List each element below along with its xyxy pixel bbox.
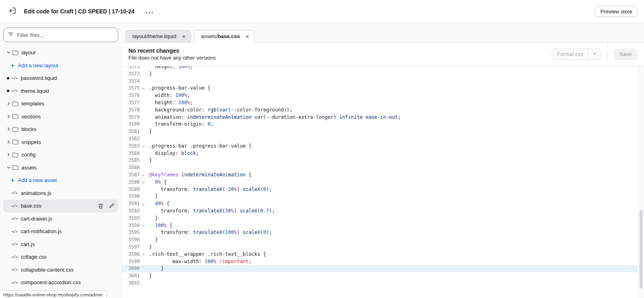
code-line-3595[interactable]: 3595 transform: translateX(100%) scaleX(… [122,229,644,236]
code-line-3584[interactable]: 3584 display: block; [122,150,644,157]
edit-file-icon[interactable] [109,203,114,208]
code-line-3582[interactable]: 3582 [122,135,644,143]
tree-file-animations.js[interactable]: </>animations.js [3,187,118,200]
tab-layout/theme.liquid[interactable]: layout/theme.liquid× [126,30,191,43]
code-line-3600[interactable]: 3600 } [122,265,644,272]
code-line-3574[interactable]: 3574 [122,78,644,85]
fold-gutter [140,66,147,71]
fold-chevron-icon[interactable] [140,172,147,179]
fold-gutter [140,215,147,222]
code-line-3573[interactable]: 3573} [122,71,644,78]
code-line-3575[interactable]: 3575.progress-bar-value { [122,85,644,92]
code-line-3578[interactable]: 3578 background-color: rgb(var(--color-f… [122,107,644,114]
fold-chevron-icon[interactable] [140,200,147,208]
tree-file-cart-notification.js[interactable]: </>cart-notification.js [3,225,118,238]
tree-file-theme.liquid[interactable]: </>theme.liquid [3,85,118,98]
tree-folder-sections[interactable]: sections [3,110,118,123]
code-line-3596[interactable]: 3596 } [122,236,644,244]
add-new-link[interactable]: +Add a new asset [3,174,118,187]
delete-file-icon[interactable] [98,203,103,209]
code-text: } [147,193,158,200]
code-line-3589[interactable]: 3589 transform: translateX(-20%) scaleX(… [122,186,644,193]
format-options-button[interactable] [588,49,600,60]
tree-file-cart.js[interactable]: </>cart.js [3,238,118,251]
tree-folder-config[interactable]: config [3,148,118,161]
editor-scrollbar-thumb[interactable] [640,210,643,289]
code-line-3588[interactable]: 3588 0% { [122,179,644,186]
tree-file-component-accordion.css[interactable]: </>component-accordion.css [3,276,118,289]
folder-icon [12,152,19,158]
code-line-3579[interactable]: 3579 animation: indeterminateAnimation v… [122,114,644,121]
code-line-3591[interactable]: 3591 40% { [122,200,644,208]
tree-folder-templates[interactable]: templates [3,97,118,110]
add-new-link[interactable]: +Add a new layout [3,59,118,72]
code-line-3585[interactable]: 3585} [122,157,644,164]
file-label: component-accordion.css [21,279,81,285]
filter-files-box[interactable] [3,28,118,42]
code-line-3594[interactable]: 3594 100% { [122,222,644,229]
editor-scrollbar[interactable] [638,66,644,298]
code-line-3599[interactable]: 3599 max-width: 100% !important; [122,258,644,266]
format-css-button[interactable]: Format css [552,51,588,57]
code-editor[interactable]: 3572 height: 100%;3573}35743575.progress… [122,66,644,298]
code-file-icon: </> [11,242,18,246]
file-label: base.css [21,203,41,209]
fold-chevron-icon[interactable] [140,179,147,186]
close-tab-icon[interactable]: × [181,33,186,39]
tree-folder-layout[interactable]: layout [3,46,118,59]
code-line-3586[interactable]: 3586 [122,164,644,172]
code-text: 40% { [147,200,170,208]
line-number: 3595 [122,229,140,236]
code-line-3581[interactable]: 3581} [122,128,644,135]
chevron-right-icon [5,127,12,131]
code-line-3592[interactable]: 3592 transform: translateX(30%) scaleX(0… [122,208,644,215]
code-line-3577[interactable]: 3577 height: 100%; [122,99,644,107]
tree-folder-snippets[interactable]: snippets [3,136,118,149]
code-text: } [147,244,152,251]
tree-file-collage.css[interactable]: </>collage.css [3,251,118,264]
tree-folder-assets[interactable]: assets [3,161,118,174]
code-line-3580[interactable]: 3580 transform-origin: 0; [122,121,644,128]
line-number: 3590 [122,193,140,200]
save-button[interactable]: Save [614,49,638,60]
main-shell: layout+Add a new layout</>password.liqui… [0,23,644,298]
more-actions-button[interactable] [144,7,155,16]
line-number: 3586 [122,164,140,172]
code-line-3601[interactable]: 3601} [122,272,644,280]
line-number: 3593 [122,215,140,222]
code-line-3576[interactable]: 3576 width: 100%; [122,92,644,99]
tree-file-cart-drawer.js[interactable]: </>cart-drawer.js [3,212,118,225]
line-number: 3576 [122,92,140,99]
code-line-3597[interactable]: 3597} [122,244,644,251]
code-line-3587[interactable]: 3587@keyframes indeterminateAnimation { [122,172,644,179]
tab-assets/base.css[interactable]: assets/base.css× [194,30,254,43]
code-line-3572[interactable]: 3572 height: 100%; [122,66,644,71]
fold-chevron-icon[interactable] [140,85,147,92]
filter-files-input[interactable] [17,32,114,38]
preview-store-button[interactable]: Preview store [595,6,638,17]
line-number: 3600 [122,265,140,272]
fold-gutter [140,99,147,107]
close-tab-icon[interactable]: × [245,33,250,39]
code-line-3583[interactable]: 3583.progress-bar .progress-bar-value { [122,143,644,150]
exit-button[interactable] [6,5,18,18]
code-line-3590[interactable]: 3590 } [122,193,644,200]
fold-chevron-icon[interactable] [140,143,147,150]
modified-dot [7,77,9,79]
line-number: 3602 [122,280,140,287]
code-line-3598[interactable]: 3598.rich-text__wrapper .rich-text__bloc… [122,251,644,258]
tree-file-base.css[interactable]: </>base.css [3,199,118,212]
tree-folder-blocks[interactable]: blocks [3,123,118,136]
tree-file-password.liquid[interactable]: </>password.liquid [3,72,118,85]
line-number: 3599 [122,258,140,266]
code-text: display: block; [147,150,199,157]
code-text: } [147,236,158,244]
code-line-3602[interactable]: 3602 [122,280,644,287]
version-status: No recent changes File does not have any… [128,47,216,61]
line-number: 3574 [122,78,140,85]
fold-chevron-icon[interactable] [140,222,147,229]
code-line-3593[interactable]: 3593 } [122,215,644,222]
action-label: Add a new asset [18,177,57,183]
tree-file-collapsible-content.css[interactable]: </>collapsible-content.css [3,264,118,277]
fold-chevron-icon[interactable] [140,251,147,258]
